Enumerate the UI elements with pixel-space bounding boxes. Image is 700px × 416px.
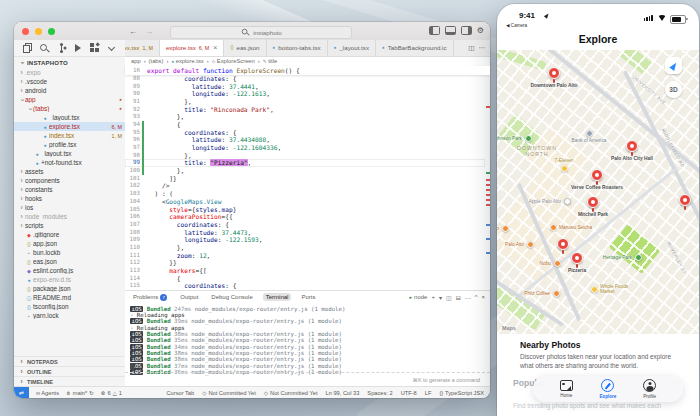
chevron-down-icon[interactable] (107, 43, 117, 53)
status-lf[interactable]: LF (425, 390, 432, 396)
panel-tab-ports[interactable]: Ports (298, 293, 318, 301)
tree-item-expo[interactable]: ›.expo (14, 68, 125, 77)
tree-item-gitignore[interactable]: ◆.gitignore (14, 230, 125, 239)
breadcrumb-item-app[interactable]: app (131, 58, 141, 64)
breadcrumb-item-explorescreen[interactable]: ◇ ExploreScreen (212, 58, 255, 64)
command-center-search[interactable]: instaphoto (170, 26, 352, 39)
tab-layout-tsx[interactable]: ●_layout.tsx (328, 40, 376, 56)
panel-more-icon[interactable]: ⋯ (465, 294, 471, 301)
nav-forward-icon[interactable]: → (145, 27, 153, 36)
tab-index-tsx[interactable]: index.tsx1, M (125, 40, 160, 56)
tab-tabbarbackground-ic[interactable]: ●TabBarBackground.ic (376, 40, 454, 56)
more-actions-icon[interactable]: ⋯ (479, 44, 486, 52)
tab-explore-tsx[interactable]: explore.tsx6, M× (160, 40, 225, 56)
nav-back-icon[interactable]: ← (129, 27, 137, 36)
tree-item-hooks[interactable]: ›hooks (14, 194, 125, 203)
status-problems[interactable]: ⊗ 6 △ 1 (101, 390, 122, 396)
terminal-output[interactable]: iOS Bundled 247ms node_modules/expo-rout… (125, 304, 490, 376)
sync-icon: ↻ (89, 390, 94, 396)
files-icon[interactable] (22, 43, 32, 53)
tree-item-assets[interactable]: ›assets (14, 167, 125, 176)
status-branch[interactable]: ⋔ main* ↻ (66, 390, 94, 396)
terminal-dropdown-icon[interactable]: ▾ (439, 294, 442, 301)
section-notepads[interactable]: ›NOTEPADS (14, 356, 125, 366)
tree-item-app[interactable]: ›app● (14, 95, 125, 104)
tree-item-tabs[interactable]: ›(tabs)● (14, 104, 125, 113)
tree-item-yarn-lock[interactable]: ▪yarn.lock (14, 311, 125, 320)
toggle-panel-icon[interactable] (445, 26, 456, 35)
status-cursor-tab[interactable]: Cursor Tab (166, 390, 194, 396)
tab-bottom-tabs-tsx[interactable]: ●bottom-tabs.tsx (267, 40, 328, 56)
tree-item-scripts[interactable]: ›scripts (14, 221, 125, 230)
status-not-committed-yet[interactable]: ◇Not Committed Yet (264, 390, 318, 396)
tree-item-layout-tsx[interactable]: ●_layout.tsx (14, 113, 125, 122)
panel-tab-terminal[interactable]: Terminal (263, 293, 292, 301)
tree-item-explore-tsx[interactable]: ●explore.tsx6, M (14, 122, 125, 131)
titlebar[interactable]: ← → instaphoto ⚙ (14, 22, 490, 41)
tree-item-profile-tsx[interactable]: ●profile.tsx (14, 140, 125, 149)
back-to-camera-link[interactable]: ◀ Camera (506, 23, 527, 28)
source-control-icon[interactable] (56, 43, 66, 53)
close-panel-icon[interactable]: × (481, 294, 485, 300)
tree-item-package-json[interactable]: {}package.json (14, 284, 125, 293)
status-ln-99-col-33[interactable]: Ln 99, Col 33 (326, 390, 360, 396)
toggle-secondary-sidebar-icon[interactable] (461, 26, 472, 35)
settings-gear-icon[interactable]: ⚙ (477, 27, 484, 34)
panel-tab-debug-console[interactable]: Debug Console (208, 293, 255, 301)
tree-item-layout-tsx[interactable]: ●_layout.tsx (14, 149, 125, 158)
tree-item-android[interactable]: ›android (14, 86, 125, 95)
overview-ruler[interactable] (485, 66, 490, 290)
tab-explore[interactable]: Explore (600, 379, 617, 399)
tree-item-index-tsx[interactable]: ●index.tsx1, M (14, 131, 125, 140)
tree-item-app-json[interactable]: {}app.json (14, 239, 125, 248)
tree-item-tsconfig-json[interactable]: {}tsconfig.json (14, 302, 125, 311)
tree-item-readme-md[interactable]: ⓘREADME.md (14, 293, 125, 302)
status-spaces-2[interactable]: Spaces: 2 (367, 390, 392, 396)
tree-item-ios[interactable]: ›ios (14, 203, 125, 212)
split-editor-icon[interactable]: ◫ (468, 44, 474, 52)
maximize-panel-icon[interactable]: ^ (475, 294, 478, 300)
poi-dot-icon (502, 225, 509, 232)
status-not-committed-yet[interactable]: ◇Not Committed Yet (202, 390, 256, 396)
tab-close-icon[interactable]: × (213, 44, 217, 51)
new-terminal-icon[interactable]: + (431, 294, 435, 300)
map-view[interactable]: 3D Maps UNIVERSITY AVEMIDDLEFIELD RDWAVE… (497, 50, 699, 334)
panel-tab-output[interactable]: Output (177, 293, 201, 301)
extensions-icon[interactable] (90, 43, 100, 53)
panel-tab-problems[interactable]: Problems7 (130, 293, 170, 302)
explorer-header[interactable]: › INSTAPHOTO (14, 57, 125, 68)
tree-item-node-modules[interactable]: ›node_modules (14, 212, 125, 221)
section-timeline[interactable]: ›TIMELINE (14, 376, 125, 386)
toggle-primary-sidebar-icon[interactable] (429, 26, 440, 35)
breadcrumb-item-explore-tsx[interactable]: ● explore.tsx (171, 58, 203, 64)
breadcrumb-item-title[interactable]: ✎ title (263, 58, 277, 64)
tree-item-bun-lockb[interactable]: ▪bun.lockb (14, 248, 125, 257)
kill-terminal-icon[interactable]: ⊟ (456, 294, 461, 301)
terminal-shell-item[interactable]: ▸ node (410, 294, 428, 300)
search-icon[interactable] (39, 43, 49, 53)
tab-home[interactable]: Home (560, 380, 573, 398)
tree-item-components[interactable]: ›components (14, 176, 125, 185)
tab-profile[interactable]: Profile (643, 379, 656, 399)
tree-item-not-found-tsx[interactable]: ●+not-found.tsx (14, 158, 125, 167)
editor[interactable]: 16 export default function ExploreScreen… (125, 66, 490, 290)
split-terminal-icon[interactable]: ◫ (446, 294, 452, 301)
tree-item-constants[interactable]: ›constants (14, 185, 125, 194)
status-agents[interactable]: ∞ Agents (36, 390, 59, 396)
tree-item-eas-json[interactable]: {}eas.json (14, 257, 125, 266)
status-utf-8[interactable]: UTF-8 (401, 390, 417, 396)
breadcrumb-item-tabs[interactable]: (tabs) (149, 58, 164, 64)
tree-item-vscode[interactable]: ›.vscode (14, 77, 125, 86)
remote-indicator[interactable]: ⇄ (14, 387, 29, 399)
zoom-window-button[interactable] (48, 28, 55, 35)
close-window-button[interactable] (22, 28, 29, 35)
status-typescript-jsx[interactable]: {}TypeScript JSX (439, 390, 484, 396)
tab-eas-json[interactable]: {}eas.json (224, 40, 266, 56)
minimize-window-button[interactable] (35, 28, 42, 35)
locate-me-button[interactable] (665, 57, 682, 74)
tree-item-expo-env-d-ts[interactable]: ●expo-env.d.ts (14, 275, 125, 284)
debug-icon[interactable] (73, 43, 83, 53)
section-outline[interactable]: ›OUTLINE (14, 366, 125, 376)
tree-item-eslint-config-js[interactable]: ◆eslint.config.js (14, 266, 125, 275)
map-3d-button[interactable]: 3D (665, 81, 682, 98)
